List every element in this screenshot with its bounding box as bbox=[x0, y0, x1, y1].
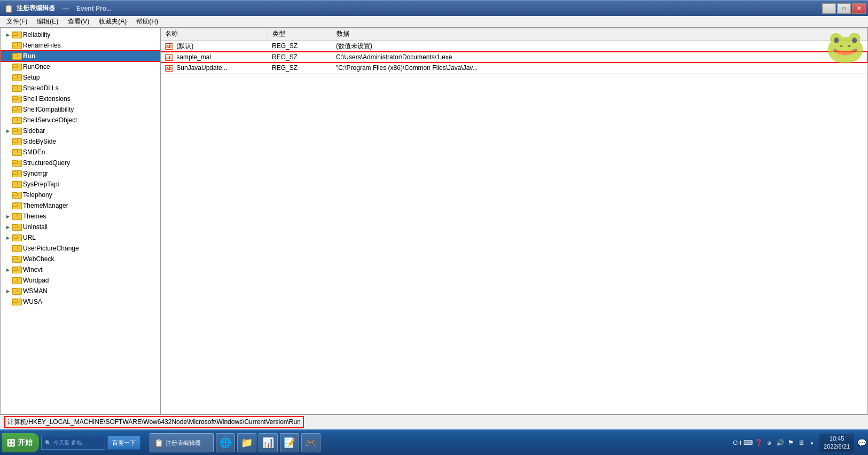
folder-icon-wusa bbox=[12, 298, 21, 305]
tree-arrow-webcheck bbox=[5, 256, 11, 262]
taskbar-app-game[interactable]: 🎮 bbox=[301, 433, 320, 452]
display-icon[interactable]: 🖥 bbox=[797, 438, 806, 447]
tree-panel[interactable]: ▶ReliabilityRenameFilesRunRunOnceSetupSh… bbox=[1, 28, 161, 414]
menu-favorites[interactable]: 收藏夹(A) bbox=[95, 16, 131, 27]
tree-arrow-themes: ▶ bbox=[5, 213, 11, 219]
notification-icon[interactable]: 💬 bbox=[857, 438, 866, 447]
folder-icon-reliability bbox=[12, 31, 21, 38]
sidebar-item-thememanager[interactable]: ThemeManager bbox=[1, 200, 160, 211]
sidebar-item-shellcompat[interactable]: ShellCompatibility bbox=[1, 104, 160, 115]
taskbar-app-spreadsheet[interactable]: 📊 bbox=[259, 433, 278, 452]
start-button[interactable]: ⊞ 开始 bbox=[2, 433, 39, 452]
close-button[interactable]: ✕ bbox=[852, 3, 866, 14]
tree-arrow-shellservice bbox=[5, 117, 11, 123]
tree-arrow-sidebar: ▶ bbox=[5, 128, 11, 134]
reg-type-cell: REG_SZ bbox=[268, 62, 332, 73]
maximize-button[interactable]: □ bbox=[837, 3, 851, 14]
sidebar-item-url[interactable]: ▶URL bbox=[1, 232, 160, 243]
sidebar-item-sidebyside[interactable]: SideBySide bbox=[1, 136, 160, 147]
network-icon[interactable]: ⊕ bbox=[765, 438, 773, 447]
reg-name-cell: (默认) bbox=[161, 40, 268, 52]
menu-file[interactable]: 文件(F) bbox=[2, 16, 32, 27]
folder-icon-shellextensions bbox=[12, 95, 21, 103]
clock[interactable]: 10:45 2022/6/21 bbox=[819, 434, 854, 452]
tree-arrow-telephony bbox=[5, 192, 11, 198]
folder-icon-structuredquery bbox=[12, 159, 21, 167]
sidebar-item-syncmgr[interactable]: Syncmgr bbox=[1, 168, 160, 179]
sidebar-label-syncmgr: Syncmgr bbox=[23, 170, 48, 177]
sidebar-item-uninstall[interactable]: ▶Uninstall bbox=[1, 222, 160, 232]
sidebar-label-reliability: Reliability bbox=[23, 31, 50, 38]
sidebar-item-reliability[interactable]: ▶Reliability bbox=[1, 29, 160, 40]
sidebar-label-url: URL bbox=[23, 234, 36, 241]
sidebar-label-uninstall: Uninstall bbox=[23, 223, 48, 231]
sidebar-item-structuredquery[interactable]: StructuredQuery bbox=[1, 158, 160, 168]
sidebar-label-sidebar: Sidebar bbox=[23, 127, 45, 135]
sidebar-item-setup[interactable]: Setup bbox=[1, 72, 160, 83]
sidebar-label-syspreptapi: SysPrepTapi bbox=[23, 181, 59, 188]
folder-icon-shareddlls bbox=[12, 84, 21, 92]
table-row[interactable]: (默认)REG_SZ(数值未设置) bbox=[161, 40, 867, 52]
sidebar-label-thememanager: ThemeManager bbox=[23, 202, 68, 209]
sidebar-item-winevt[interactable]: ▶Winevt bbox=[1, 264, 160, 275]
sidebar-label-sidebyside: SideBySide bbox=[23, 138, 56, 145]
sidebar-label-shellextensions: Shell Extensions bbox=[23, 95, 71, 103]
menu-edit[interactable]: 编辑(E) bbox=[33, 16, 62, 27]
sidebar-item-shellextensions[interactable]: Shell Extensions bbox=[1, 93, 160, 104]
taskbar-window-button[interactable]: 📋 注册表编辑器 bbox=[150, 433, 214, 452]
volume-icon[interactable]: 🔊 bbox=[776, 438, 784, 447]
sidebar-item-shareddlls[interactable]: SharedDLLs bbox=[1, 83, 160, 93]
reg-data-cell: "C:\Program Files (x86)\Common Files\Jav… bbox=[332, 62, 867, 73]
tree-arrow-syspreptapi bbox=[5, 181, 11, 187]
tree-arrow-thememanager bbox=[5, 202, 11, 209]
sidebar-label-webcheck: WebCheck bbox=[23, 255, 54, 263]
baidu-button[interactable]: 百度一下 bbox=[107, 436, 140, 450]
sidebar-label-structuredquery: StructuredQuery bbox=[23, 159, 70, 167]
sidebar-item-syspreptapi[interactable]: SysPrepTapi bbox=[1, 179, 160, 190]
reg-name-cell: sample_mal bbox=[161, 52, 268, 62]
table-row[interactable]: SunJavaUpdate...REG_SZ"C:\Program Files … bbox=[161, 62, 867, 73]
taskbar-app-explorer[interactable]: 📁 bbox=[237, 433, 256, 452]
reg-name-text: SunJavaUpdate... bbox=[175, 64, 228, 72]
folder-icon-themes bbox=[12, 213, 21, 220]
taskbar-search-box[interactable]: 🔍 今天是 多地... bbox=[41, 436, 105, 450]
sidebar-item-smden[interactable]: SMDEn bbox=[1, 147, 160, 158]
sidebar-item-wordpad[interactable]: Wordpad bbox=[1, 275, 160, 286]
sidebar-item-shellservice[interactable]: ShellServiceObject bbox=[1, 115, 160, 125]
folder-icon-shellservice bbox=[12, 116, 21, 124]
taskbar-app-notepad[interactable]: 📝 bbox=[280, 433, 299, 452]
sidebar-item-userpicturechange[interactable]: UserPictureChange bbox=[1, 243, 160, 254]
table-row[interactable]: sample_malREG_SZC:\Users\Administrator\D… bbox=[161, 52, 867, 62]
tree-arrow-wusa bbox=[5, 299, 11, 305]
help-icon[interactable]: ❓ bbox=[754, 438, 763, 447]
sidebar-item-wsman[interactable]: ▶WSMAN bbox=[1, 286, 160, 296]
tree-arrow-userpicturechange bbox=[5, 245, 11, 252]
sidebar-label-renamefiles: RenameFiles bbox=[23, 42, 61, 49]
menu-help[interactable]: 帮助(H) bbox=[132, 16, 162, 27]
sidebar-item-runonce[interactable]: RunOnce bbox=[1, 61, 160, 72]
sidebar-item-themes[interactable]: ▶Themes bbox=[1, 211, 160, 222]
sidebar-item-telephony[interactable]: Telephony bbox=[1, 190, 160, 200]
minimize-button[interactable]: _ bbox=[822, 3, 836, 14]
tree-arrow-run bbox=[5, 53, 11, 59]
secondary-title: Event Pro... bbox=[76, 5, 112, 12]
tree-arrow-url: ▶ bbox=[5, 234, 11, 241]
sidebar-item-wusa[interactable]: WUSA bbox=[1, 296, 160, 307]
tree-arrow-renamefiles bbox=[5, 42, 11, 49]
folder-icon-runonce bbox=[12, 63, 21, 70]
arrow-icon[interactable]: ▲ bbox=[808, 438, 816, 447]
reg-type-cell: REG_SZ bbox=[268, 40, 332, 52]
sidebar-item-webcheck[interactable]: WebCheck bbox=[1, 254, 160, 264]
tree-arrow-wordpad bbox=[5, 277, 11, 284]
sidebar-item-sidebar[interactable]: ▶Sidebar bbox=[1, 125, 160, 136]
sidebar-item-run[interactable]: Run bbox=[1, 51, 160, 61]
sidebar-item-renamefiles[interactable]: RenameFiles bbox=[1, 40, 160, 51]
reg-data-cell: (数值未设置) bbox=[332, 40, 867, 52]
tree-arrow-uninstall: ▶ bbox=[5, 224, 11, 230]
menu-view[interactable]: 查看(V) bbox=[64, 16, 93, 27]
folder-icon-webcheck bbox=[12, 255, 21, 263]
taskbar-app-browser[interactable]: 🌐 bbox=[216, 433, 235, 452]
folder-icon-shellcompat bbox=[12, 106, 21, 113]
reg-value-icon bbox=[165, 53, 173, 61]
flag-icon[interactable]: ⚑ bbox=[786, 438, 795, 447]
